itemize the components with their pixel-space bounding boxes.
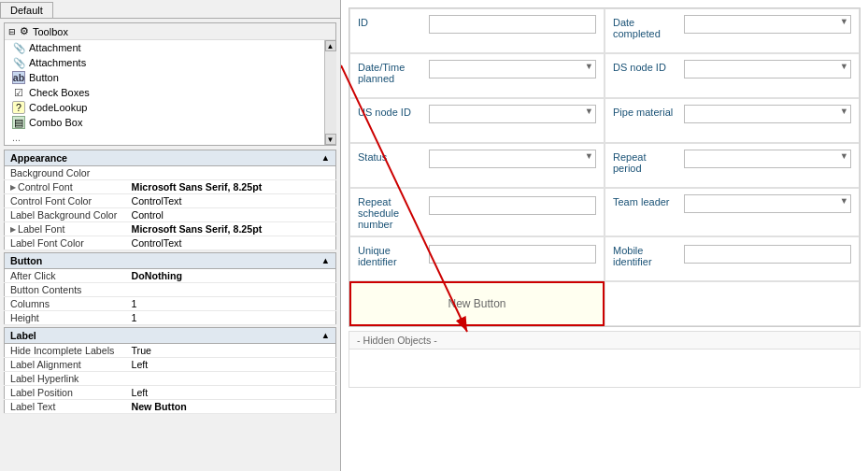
prop-value[interactable] <box>126 283 336 297</box>
tab-default[interactable]: Default <box>0 2 53 18</box>
team-leader-label: Team leader <box>613 194 678 207</box>
prop-label: After Click <box>5 269 126 283</box>
form-cell-mobile-id: Mobileidentifier <box>605 236 860 281</box>
prop-row: Background Color <box>5 166 336 180</box>
combobox-icon: ▤ <box>12 116 25 129</box>
toolbox-item-attachments[interactable]: 📎 Attachments <box>5 55 335 70</box>
expand-arrow-icon: ▶ <box>10 183 16 192</box>
prop-value[interactable]: Control <box>126 208 336 222</box>
prop-value[interactable]: ControlText <box>126 194 336 208</box>
prop-value[interactable]: True <box>126 344 336 358</box>
id-input[interactable] <box>429 15 596 34</box>
label-header[interactable]: Label ▲ <box>4 327 336 344</box>
pipe-material-select[interactable] <box>684 105 851 123</box>
prop-value[interactable]: DoNothing <box>126 269 336 283</box>
date-completed-select[interactable] <box>684 15 851 34</box>
toolbox-header[interactable]: ⊟ ⚙ Toolbox <box>5 23 335 40</box>
prop-value[interactable]: Left <box>126 358 336 372</box>
toolbox-ellipsis: ... <box>5 130 335 145</box>
prop-value[interactable]: 1 <box>126 297 336 311</box>
datetime-select[interactable] <box>429 60 596 78</box>
scroll-down-btn[interactable]: ▼ <box>325 134 336 145</box>
toolbox-item-checkboxes[interactable]: ☑ Check Boxes <box>5 85 335 100</box>
scroll-track <box>325 51 336 134</box>
button-header[interactable]: Button ▲ <box>4 252 336 269</box>
repeat-schedule-label: Repeatschedulenumber <box>358 194 423 230</box>
appearance-section: Appearance ▲ Background Color ▶Control F… <box>4 150 336 250</box>
team-leader-select[interactable] <box>684 194 851 213</box>
prop-value[interactable]: ControlText <box>126 236 336 250</box>
us-node-select[interactable] <box>429 105 596 123</box>
team-leader-wrapper <box>684 194 851 213</box>
mobile-id-input[interactable] <box>684 245 851 264</box>
label-table: Hide Incomplete Labels True Label Alignm… <box>4 344 336 414</box>
hidden-objects-label: Hidden Objects <box>363 335 432 346</box>
toolbox-label: Toolbox <box>33 26 68 37</box>
prop-label: Background Color <box>5 166 126 180</box>
appearance-label: Appearance <box>10 152 67 164</box>
toolbox-item-button[interactable]: ab Button <box>5 70 335 85</box>
prop-value[interactable] <box>126 166 336 180</box>
toolbox-tree: 📎 Attachment 📎 Attachments ab Button ☑ C… <box>5 40 335 145</box>
form-cell-repeat-period: Repeatperiod <box>605 143 860 188</box>
toolbox-scrollbar[interactable]: ▲ ▼ <box>324 40 335 145</box>
prop-label: Label Hyperlink <box>5 372 126 386</box>
pipe-material-wrapper <box>684 105 851 123</box>
prop-row: Label Text New Button <box>5 400 336 414</box>
form-cell-us-node: US node ID <box>349 98 605 143</box>
prop-value[interactable]: Microsoft Sans Serif, 8.25pt <box>126 180 336 194</box>
ds-node-select[interactable] <box>684 60 851 78</box>
prop-label: Label Font Color <box>5 236 126 250</box>
button-icon: ab <box>12 71 25 84</box>
prop-label: Columns <box>5 297 126 311</box>
label-section-label: Label <box>10 330 36 341</box>
properties-panel: Appearance ▲ Background Color ▶Control F… <box>0 150 340 471</box>
prop-value[interactable]: Microsoft Sans Serif, 8.25pt <box>126 222 336 236</box>
unique-id-input[interactable] <box>429 245 596 264</box>
prop-value[interactable]: New Button <box>126 400 336 414</box>
appearance-collapse-icon: ▲ <box>321 153 330 163</box>
prop-row: ▶Label Font Microsoft Sans Serif, 8.25pt <box>5 222 336 236</box>
repeat-period-select[interactable] <box>684 150 851 168</box>
toolbox-item-label: Attachments <box>29 57 86 68</box>
hidden-objects-section: - Hidden Objects - <box>349 331 861 388</box>
status-select[interactable] <box>429 150 596 168</box>
toolbox-item-codelookup[interactable]: ? CodeLookup <box>5 100 335 115</box>
toolbox-item-combobox[interactable]: ▤ Combo Box <box>5 115 335 130</box>
prop-row: Hide Incomplete Labels True <box>5 344 336 358</box>
prop-label: Height <box>5 311 126 325</box>
label-collapse-icon: ▲ <box>321 331 330 340</box>
prop-label: Label Background Color <box>5 208 126 222</box>
toolbox-item-attachment[interactable]: 📎 Attachment <box>5 40 335 55</box>
prop-value[interactable] <box>126 372 336 386</box>
hidden-objects-header: - Hidden Objects - <box>349 332 860 350</box>
pipe-material-label: Pipe material <box>613 105 678 118</box>
prop-label: Hide Incomplete Labels <box>5 344 126 358</box>
form-cell-repeat-schedule: Repeatschedulenumber <box>349 188 605 236</box>
mobile-id-label: Mobileidentifier <box>613 243 678 267</box>
appearance-header[interactable]: Appearance ▲ <box>4 150 336 166</box>
form-area: ID Datecompleted Date/Timeplanned <box>341 0 868 471</box>
button-collapse-icon: ▲ <box>321 256 330 265</box>
toolbox-item-label: Check Boxes <box>29 87 90 98</box>
repeat-schedule-input[interactable] <box>429 196 596 215</box>
scroll-up-btn[interactable]: ▲ <box>325 40 336 51</box>
form-cell-unique-id: Uniqueidentifier <box>349 236 605 281</box>
new-button[interactable]: New Button <box>359 289 595 319</box>
status-wrapper <box>429 150 596 168</box>
ds-node-wrapper <box>684 60 851 78</box>
button-section: Button ▲ After Click DoNothing Button Co… <box>4 252 336 325</box>
button-table: After Click DoNothing Button Contents Co… <box>4 269 336 325</box>
prop-row: Button Contents <box>5 283 336 297</box>
form-cell-team-leader: Team leader <box>605 188 860 236</box>
appearance-table: Background Color ▶Control Font Microsoft… <box>4 166 336 250</box>
toolbox-expand-icon: ⊟ <box>8 26 16 36</box>
hidden-objects-content <box>349 350 860 387</box>
prop-value[interactable]: 1 <box>126 311 336 325</box>
form-cell-datetime: Date/Timeplanned <box>349 53 605 98</box>
prop-label: ▶Control Font <box>5 180 126 194</box>
prop-label: Label Text <box>5 400 126 414</box>
prop-value[interactable]: Left <box>126 386 336 400</box>
prop-row: Label Hyperlink <box>5 372 336 386</box>
prop-row: After Click DoNothing <box>5 269 336 283</box>
